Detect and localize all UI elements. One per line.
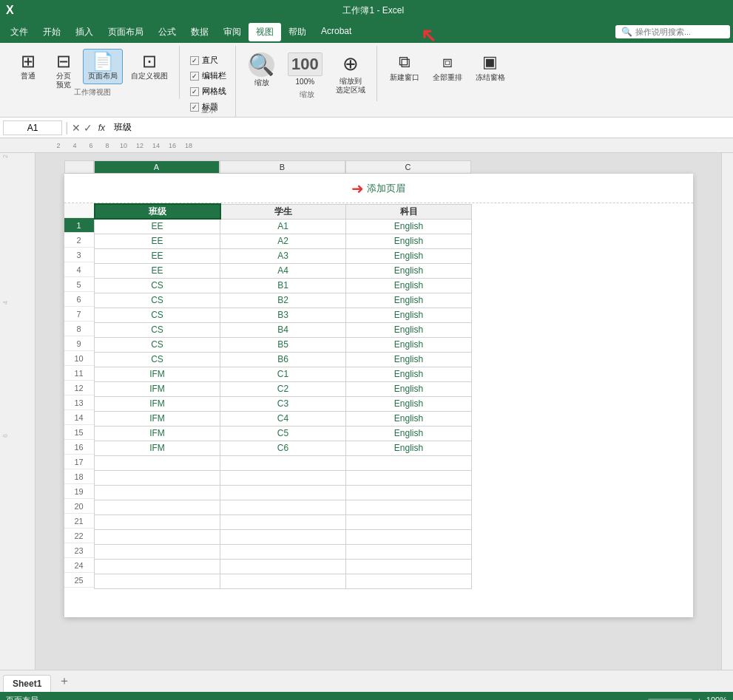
checkbox-gridlines[interactable]: 网格线 — [187, 84, 229, 98]
menu-item-审阅[interactable]: 审阅 — [216, 23, 249, 41]
gridlines-checkbox[interactable] — [190, 87, 199, 96]
menu-item-公式[interactable]: 公式 — [151, 23, 183, 41]
ribbon-btn-pagebreak[interactable]: ⊟ 分页预览 — [47, 49, 80, 93]
formula-bar-separator: | — [65, 120, 69, 135]
cell-5-1[interactable]: B2 — [220, 293, 346, 307]
cell-10-2[interactable]: English — [346, 367, 472, 381]
cell-11-2[interactable]: English — [346, 381, 472, 396]
menu-item-文件[interactable]: 文件 — [3, 23, 36, 41]
right-scrollbar[interactable] — [721, 153, 733, 670]
cell-5-2[interactable]: English — [346, 293, 472, 307]
add-sheet-button[interactable]: ＋ — [53, 670, 76, 692]
cell-11-0[interactable]: IFM — [95, 381, 220, 396]
cell-4-2[interactable]: English — [346, 278, 472, 293]
data-grid: 班级学生科目EEA1EnglishEEA2EnglishEEA3EnglishE… — [94, 203, 473, 589]
ribbon-btn-normal[interactable]: ⊞ 普通 — [12, 49, 44, 84]
cell-13-1[interactable]: C4 — [220, 411, 346, 426]
ribbon-btn-new-window[interactable]: ⧉ 新建窗口 — [385, 49, 425, 86]
page-area[interactable]: A B C ➜ 添加页眉 123456789101112131415161718… — [36, 153, 721, 670]
cell-0-2[interactable]: English — [346, 219, 472, 234]
cell-14-0[interactable]: IFM — [95, 426, 220, 441]
checkbox-ruler[interactable]: 直尺 — [187, 53, 221, 67]
zoom-in-icon[interactable]: ＋ — [695, 695, 703, 701]
cell-9-1[interactable]: B6 — [220, 352, 346, 367]
cell-6-1[interactable]: B3 — [220, 307, 346, 322]
cell-2-1[interactable]: A3 — [220, 248, 346, 263]
search-input[interactable] — [635, 27, 724, 36]
cell-15-1[interactable]: C6 — [220, 441, 346, 455]
editbar-checkbox[interactable] — [190, 72, 199, 81]
ribbon-btn-customview[interactable]: ⊡ 自定义视图 — [126, 49, 173, 84]
empty-row — [95, 574, 472, 588]
cell-8-2[interactable]: English — [346, 337, 472, 352]
cell-3-0[interactable]: EE — [95, 263, 220, 278]
ribbon-btn-pagelayout[interactable]: 📄 页面布局 — [83, 49, 123, 84]
cell-1-1[interactable]: A2 — [220, 234, 346, 248]
empty-cell — [95, 559, 220, 574]
cell-8-0[interactable]: CS — [95, 337, 220, 352]
cell-15-0[interactable]: IFM — [95, 441, 220, 455]
cell-7-2[interactable]: English — [346, 322, 472, 337]
cell-1-2[interactable]: English — [346, 234, 472, 248]
empty-row — [95, 500, 472, 514]
cell-6-0[interactable]: CS — [95, 307, 220, 322]
cell-0-0[interactable]: EE — [95, 219, 220, 234]
page-header-area[interactable]: ➜ 添加页眉 — [64, 174, 693, 203]
menu-item-帮助[interactable]: 帮助 — [281, 23, 314, 41]
cell-3-1[interactable]: A4 — [220, 263, 346, 278]
cell-8-1[interactable]: B5 — [220, 337, 346, 352]
cell-reference[interactable] — [3, 120, 62, 135]
cell-15-2[interactable]: English — [346, 441, 472, 455]
menu-item-视图[interactable]: 视图 — [249, 23, 281, 41]
cell-12-1[interactable]: C3 — [220, 396, 346, 411]
ruler-checkbox[interactable] — [190, 56, 199, 65]
cell-11-1[interactable]: C2 — [220, 381, 346, 396]
empty-cell — [220, 574, 346, 588]
cell-12-2[interactable]: English — [346, 396, 472, 411]
empty-cell — [220, 514, 346, 529]
cell-9-0[interactable]: CS — [95, 352, 220, 367]
cell-6-2[interactable]: English — [346, 307, 472, 322]
page-row-num-2: 2 — [64, 233, 94, 248]
ribbon-btn-freeze[interactable]: ▣ 冻结窗格 — [470, 49, 510, 86]
ribbon-btn-100[interactable]: 100 100% — [283, 49, 328, 90]
cell-4-0[interactable]: CS — [95, 278, 220, 293]
menu-item-插入[interactable]: 插入 — [68, 23, 101, 41]
formula-input[interactable] — [111, 121, 730, 135]
menu-item-数据[interactable]: 数据 — [183, 23, 216, 41]
cell-9-2[interactable]: English — [346, 352, 472, 367]
left-sidebar: 2 4 6 — [0, 153, 36, 670]
cell-0-1[interactable]: A1 — [220, 219, 346, 234]
menu-item-开始[interactable]: 开始 — [36, 23, 68, 41]
ribbon-btn-zoom[interactable]: 🔍 缩放 — [243, 49, 280, 91]
menu-item-Acrobat[interactable]: Acrobat — [314, 23, 359, 41]
cell-14-2[interactable]: English — [346, 426, 472, 441]
cell-12-0[interactable]: IFM — [95, 396, 220, 411]
cell-10-0[interactable]: IFM — [95, 367, 220, 381]
cell-2-0[interactable]: EE — [95, 248, 220, 263]
page-row-num-7: 7 — [64, 307, 94, 322]
menu-item-页面布局[interactable]: 页面布局 — [101, 23, 151, 41]
ribbon-btn-arrange[interactable]: ⧈ 全部重排 — [428, 49, 467, 86]
cell-4-1[interactable]: B1 — [220, 278, 346, 293]
ruler-mark-18: 18 — [180, 142, 197, 149]
cell-3-2[interactable]: English — [346, 263, 472, 278]
cell-7-0[interactable]: CS — [95, 322, 220, 337]
empty-cell — [346, 455, 472, 470]
ruler: 24681012141618 — [0, 138, 733, 153]
sheet-tab-sheet1[interactable]: Sheet1 — [3, 675, 51, 692]
confirm-formula-icon[interactable]: ✓ — [84, 122, 92, 134]
cell-13-0[interactable]: IFM — [95, 411, 220, 426]
cell-1-0[interactable]: EE — [95, 234, 220, 248]
ruler-label: 直尺 — [202, 55, 218, 66]
zoom-out-icon[interactable]: － — [637, 695, 645, 701]
cell-2-2[interactable]: English — [346, 248, 472, 263]
cell-7-1[interactable]: B4 — [220, 322, 346, 337]
customview-label: 自定义视图 — [131, 72, 168, 81]
cell-5-0[interactable]: CS — [95, 293, 220, 307]
checkbox-editbar[interactable]: 编辑栏 — [187, 69, 229, 83]
cell-14-1[interactable]: C5 — [220, 426, 346, 441]
cell-10-1[interactable]: C1 — [220, 367, 346, 381]
cell-13-2[interactable]: English — [346, 411, 472, 426]
cancel-formula-icon[interactable]: ✕ — [72, 122, 81, 134]
